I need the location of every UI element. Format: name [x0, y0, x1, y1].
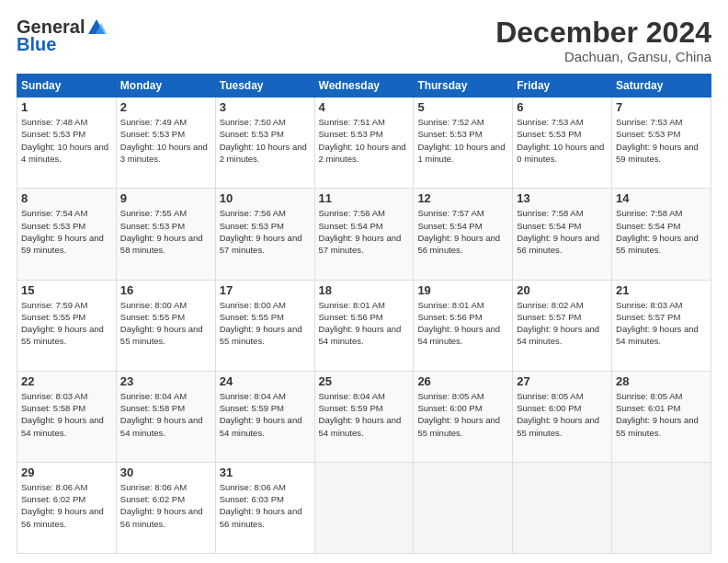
day-detail: Sunrise: 8:03 AMSunset: 5:57 PMDaylight:… — [616, 299, 707, 348]
day-detail: Sunrise: 8:01 AMSunset: 5:56 PMDaylight:… — [417, 299, 508, 348]
day-detail: Sunrise: 8:06 AMSunset: 6:02 PMDaylight:… — [120, 481, 211, 530]
day-number: 10 — [220, 191, 311, 205]
day-number: 28 — [616, 374, 707, 388]
calendar-cell: 16Sunrise: 8:00 AMSunset: 5:55 PMDayligh… — [116, 280, 215, 371]
day-detail: Sunrise: 8:00 AMSunset: 5:55 PMDaylight:… — [120, 299, 211, 348]
calendar-cell: 8Sunrise: 7:54 AMSunset: 5:53 PMDaylight… — [17, 189, 117, 280]
day-detail: Sunrise: 8:02 AMSunset: 5:57 PMDaylight:… — [517, 299, 608, 348]
calendar-header-row: SundayMondayTuesdayWednesdayThursdayFrid… — [17, 75, 711, 98]
calendar-cell: 4Sunrise: 7:51 AMSunset: 5:53 PMDaylight… — [314, 98, 414, 189]
day-detail: Sunrise: 8:05 AMSunset: 6:00 PMDaylight:… — [517, 390, 608, 439]
day-number: 24 — [220, 374, 311, 388]
header-monday: Monday — [116, 75, 215, 98]
header-wednesday: Wednesday — [314, 75, 414, 98]
day-detail: Sunrise: 7:49 AMSunset: 5:53 PMDaylight:… — [120, 116, 211, 165]
day-number: 27 — [517, 374, 608, 388]
calendar-cell — [314, 462, 414, 553]
calendar-cell: 3Sunrise: 7:50 AMSunset: 5:53 PMDaylight… — [215, 98, 314, 189]
day-detail: Sunrise: 7:51 AMSunset: 5:53 PMDaylight:… — [319, 116, 410, 165]
day-number: 9 — [120, 191, 211, 205]
calendar-cell: 18Sunrise: 8:01 AMSunset: 5:56 PMDayligh… — [314, 280, 414, 371]
day-number: 14 — [616, 191, 707, 205]
day-detail: Sunrise: 7:54 AMSunset: 5:53 PMDaylight:… — [21, 207, 112, 256]
location: Dachuan, Gansu, China — [495, 49, 711, 64]
calendar-cell: 15Sunrise: 7:59 AMSunset: 5:55 PMDayligh… — [17, 280, 117, 371]
day-number: 17 — [220, 283, 311, 297]
day-number: 19 — [417, 283, 508, 297]
day-number: 4 — [319, 100, 410, 114]
day-number: 21 — [616, 283, 707, 297]
day-detail: Sunrise: 8:06 AMSunset: 6:03 PMDaylight:… — [220, 481, 311, 530]
day-detail: Sunrise: 8:04 AMSunset: 5:59 PMDaylight:… — [220, 390, 311, 439]
calendar-cell: 27Sunrise: 8:05 AMSunset: 6:00 PMDayligh… — [513, 371, 612, 462]
calendar-cell: 13Sunrise: 7:58 AMSunset: 5:54 PMDayligh… — [513, 189, 612, 280]
day-detail: Sunrise: 8:04 AMSunset: 5:59 PMDaylight:… — [319, 390, 410, 439]
day-number: 15 — [21, 283, 112, 297]
month-title: December 2024 — [495, 17, 711, 49]
calendar-cell: 29Sunrise: 8:06 AMSunset: 6:02 PMDayligh… — [17, 462, 117, 553]
day-number: 3 — [220, 100, 311, 114]
day-number: 23 — [120, 374, 211, 388]
logo-icon — [86, 17, 107, 38]
week-row-1: 1Sunrise: 7:48 AMSunset: 5:53 PMDaylight… — [17, 98, 711, 189]
day-detail: Sunrise: 7:53 AMSunset: 5:53 PMDaylight:… — [616, 116, 707, 165]
day-number: 26 — [417, 374, 508, 388]
calendar-cell: 31Sunrise: 8:06 AMSunset: 6:03 PMDayligh… — [215, 462, 314, 553]
calendar-cell: 25Sunrise: 8:04 AMSunset: 5:59 PMDayligh… — [314, 371, 414, 462]
day-number: 31 — [220, 465, 311, 479]
header-thursday: Thursday — [414, 75, 513, 98]
header-sunday: Sunday — [17, 75, 117, 98]
calendar-cell: 11Sunrise: 7:56 AMSunset: 5:54 PMDayligh… — [314, 189, 414, 280]
calendar-cell: 28Sunrise: 8:05 AMSunset: 6:01 PMDayligh… — [612, 371, 711, 462]
calendar-cell: 23Sunrise: 8:04 AMSunset: 5:58 PMDayligh… — [116, 371, 215, 462]
header-saturday: Saturday — [612, 75, 711, 98]
day-number: 11 — [319, 191, 410, 205]
day-detail: Sunrise: 7:58 AMSunset: 5:54 PMDaylight:… — [517, 207, 608, 256]
calendar-cell: 7Sunrise: 7:53 AMSunset: 5:53 PMDaylight… — [612, 98, 711, 189]
calendar-cell: 5Sunrise: 7:52 AMSunset: 5:53 PMDaylight… — [414, 98, 513, 189]
day-number: 22 — [21, 374, 112, 388]
day-detail: Sunrise: 7:58 AMSunset: 5:54 PMDaylight:… — [616, 207, 707, 256]
calendar-cell — [414, 462, 513, 553]
day-number: 5 — [417, 100, 508, 114]
header: General Blue December 2024 Dachuan, Gans… — [17, 17, 711, 64]
day-detail: Sunrise: 7:56 AMSunset: 5:54 PMDaylight:… — [319, 207, 410, 256]
day-detail: Sunrise: 7:48 AMSunset: 5:53 PMDaylight:… — [21, 116, 112, 165]
day-detail: Sunrise: 8:03 AMSunset: 5:58 PMDaylight:… — [21, 390, 112, 439]
day-number: 20 — [517, 283, 608, 297]
calendar-cell: 26Sunrise: 8:05 AMSunset: 6:00 PMDayligh… — [414, 371, 513, 462]
calendar-cell — [513, 462, 612, 553]
week-row-3: 15Sunrise: 7:59 AMSunset: 5:55 PMDayligh… — [17, 280, 711, 371]
day-number: 29 — [21, 465, 112, 479]
calendar-cell: 24Sunrise: 8:04 AMSunset: 5:59 PMDayligh… — [215, 371, 314, 462]
day-detail: Sunrise: 8:04 AMSunset: 5:58 PMDaylight:… — [120, 390, 211, 439]
week-row-5: 29Sunrise: 8:06 AMSunset: 6:02 PMDayligh… — [17, 462, 711, 553]
day-number: 30 — [120, 465, 211, 479]
calendar-cell: 30Sunrise: 8:06 AMSunset: 6:02 PMDayligh… — [116, 462, 215, 553]
calendar-cell: 14Sunrise: 7:58 AMSunset: 5:54 PMDayligh… — [612, 189, 711, 280]
day-number: 8 — [21, 191, 112, 205]
calendar-cell — [612, 462, 711, 553]
day-number: 13 — [517, 191, 608, 205]
day-number: 12 — [417, 191, 508, 205]
calendar-cell: 9Sunrise: 7:55 AMSunset: 5:53 PMDaylight… — [116, 189, 215, 280]
day-detail: Sunrise: 7:53 AMSunset: 5:53 PMDaylight:… — [517, 116, 608, 165]
day-detail: Sunrise: 8:05 AMSunset: 6:01 PMDaylight:… — [616, 390, 707, 439]
day-number: 7 — [616, 100, 707, 114]
day-detail: Sunrise: 8:00 AMSunset: 5:55 PMDaylight:… — [220, 299, 311, 348]
title-block: December 2024 Dachuan, Gansu, China — [495, 17, 711, 64]
day-number: 16 — [120, 283, 211, 297]
logo-blue: Blue — [17, 34, 56, 55]
day-detail: Sunrise: 7:50 AMSunset: 5:53 PMDaylight:… — [220, 116, 311, 165]
day-detail: Sunrise: 7:59 AMSunset: 5:55 PMDaylight:… — [21, 299, 112, 348]
day-detail: Sunrise: 8:06 AMSunset: 6:02 PMDaylight:… — [21, 481, 112, 530]
calendar-cell: 19Sunrise: 8:01 AMSunset: 5:56 PMDayligh… — [414, 280, 513, 371]
calendar-cell: 6Sunrise: 7:53 AMSunset: 5:53 PMDaylight… — [513, 98, 612, 189]
day-detail: Sunrise: 8:01 AMSunset: 5:56 PMDaylight:… — [319, 299, 410, 348]
calendar-cell: 1Sunrise: 7:48 AMSunset: 5:53 PMDaylight… — [17, 98, 117, 189]
calendar-cell: 2Sunrise: 7:49 AMSunset: 5:53 PMDaylight… — [116, 98, 215, 189]
week-row-2: 8Sunrise: 7:54 AMSunset: 5:53 PMDaylight… — [17, 189, 711, 280]
day-number: 1 — [21, 100, 112, 114]
logo: General Blue — [17, 17, 107, 55]
calendar-cell: 10Sunrise: 7:56 AMSunset: 5:53 PMDayligh… — [215, 189, 314, 280]
